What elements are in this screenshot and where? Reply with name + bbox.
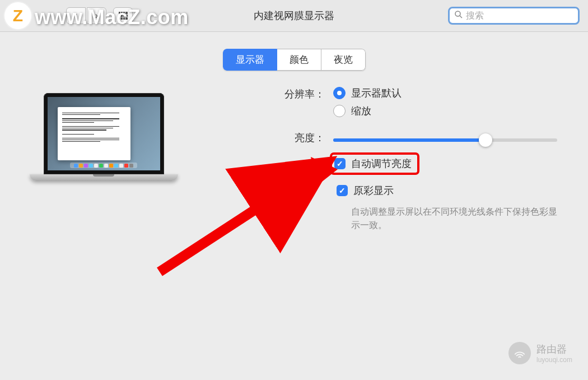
window-title: 内建视网膜显示器 bbox=[254, 9, 334, 22]
watermark-logo: Z bbox=[4, 2, 31, 29]
checkbox-rows: ✓ 自动调节亮度 ✓ 原彩显示 自动调整显示屏以在不同环境光线条件下保持色彩显示… bbox=[266, 152, 568, 232]
true-tone-label: 原彩显示 bbox=[353, 184, 394, 197]
brightness-row: 亮度： bbox=[266, 130, 568, 145]
resolution-scaled-option[interactable]: 缩放 bbox=[333, 104, 568, 118]
checkmark-icon: ✓ bbox=[339, 186, 346, 195]
search-field[interactable] bbox=[448, 7, 580, 25]
slider-thumb[interactable] bbox=[479, 133, 492, 147]
checkmark-icon: ✓ bbox=[337, 159, 343, 168]
brightness-label: 亮度： bbox=[266, 130, 333, 145]
brightness-slider[interactable] bbox=[333, 138, 557, 142]
checkbox-checked-icon[interactable]: ✓ bbox=[337, 185, 348, 196]
slider-fill bbox=[333, 138, 486, 142]
resolution-default-label: 显示器默认 bbox=[351, 86, 402, 100]
tab-color[interactable]: 颜色 bbox=[277, 49, 321, 71]
router-label: 路由器 bbox=[536, 342, 572, 356]
resolution-scaled-label: 缩放 bbox=[351, 104, 371, 118]
svg-line-1 bbox=[460, 16, 462, 18]
resolution-default-option[interactable]: 显示器默认 bbox=[333, 86, 568, 100]
auto-brightness-highlight: ✓ 自动调节亮度 bbox=[330, 152, 419, 175]
radio-unchecked-icon[interactable] bbox=[333, 105, 346, 117]
true-tone-description: 自动调整显示屏以在不同环境光线条件下保持色彩显示一致。 bbox=[351, 205, 564, 232]
svg-point-0 bbox=[455, 11, 460, 16]
router-icon bbox=[508, 342, 531, 364]
auto-brightness-label: 自动调节亮度 bbox=[351, 157, 412, 170]
router-sub: luyouqi.com bbox=[536, 356, 572, 364]
magnifier-icon bbox=[454, 10, 463, 21]
search-input[interactable] bbox=[466, 11, 578, 21]
checkbox-checked-icon[interactable]: ✓ bbox=[334, 158, 346, 169]
settings-panel: 分辨率： 显示器默认 缩放 亮度： bbox=[188, 82, 568, 240]
watermark-text: www.MacZ.com bbox=[35, 6, 189, 29]
tab-night-shift[interactable]: 夜览 bbox=[321, 49, 366, 71]
true-tone-checkbox-row[interactable]: ✓ 原彩显示 bbox=[333, 182, 568, 200]
display-preview bbox=[20, 82, 188, 240]
radio-checked-icon[interactable] bbox=[333, 87, 346, 99]
tab-segmented-control: 显示器 颜色 夜览 bbox=[223, 49, 366, 71]
auto-brightness-checkbox-row[interactable]: ✓ 自动调节亮度 bbox=[334, 157, 412, 170]
resolution-row: 分辨率： 显示器默认 缩放 bbox=[266, 86, 568, 122]
resolution-label: 分辨率： bbox=[266, 86, 333, 101]
tab-display[interactable]: 显示器 bbox=[223, 49, 277, 71]
tab-bar: 显示器 颜色 夜览 bbox=[0, 49, 588, 71]
laptop-illustration bbox=[30, 93, 178, 200]
content-area: 分辨率： 显示器默认 缩放 亮度： bbox=[0, 71, 588, 251]
router-watermark: 路由器 luyouqi.com bbox=[508, 342, 572, 364]
